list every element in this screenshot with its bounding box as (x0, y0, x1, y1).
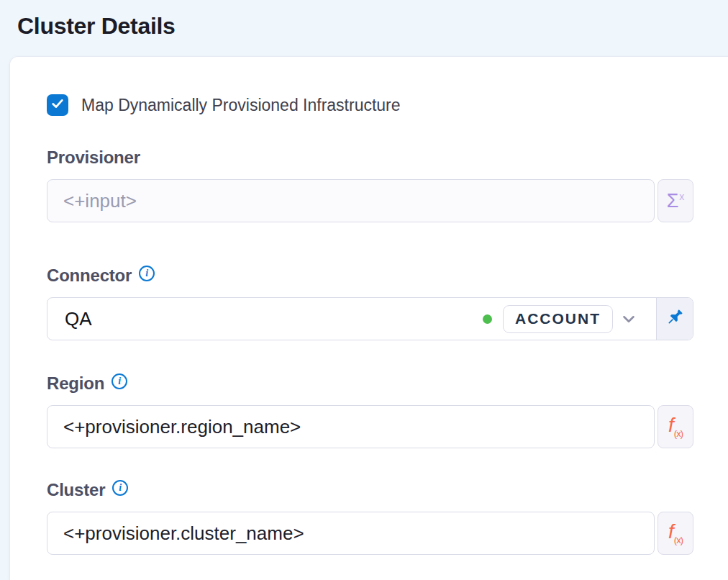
runtime-input-toggle-button[interactable]: Σx (658, 179, 693, 222)
provisioner-input[interactable] (47, 179, 655, 222)
fx-expression-icon: f(x) (668, 522, 683, 545)
region-label: Region (47, 373, 104, 394)
fx-expression-icon: f(x) (668, 415, 683, 438)
map-dynamic-infra-row: Map Dynamically Provisioned Infrastructu… (47, 94, 693, 117)
map-dynamic-infra-label: Map Dynamically Provisioned Infrastructu… (81, 96, 401, 115)
connector-info-icon[interactable]: i (139, 266, 155, 281)
connector-scope-badge: ACCOUNT (503, 305, 613, 333)
provisioner-group: Provisioner Σx (47, 148, 693, 222)
cluster-group: Cluster i f(x) (47, 480, 693, 555)
page-title: Cluster Details (17, 13, 176, 40)
pin-connector-button[interactable] (656, 298, 693, 340)
cluster-details-panel: Map Dynamically Provisioned Infrastructu… (9, 56, 728, 580)
provisioner-label: Provisioner (47, 148, 140, 168)
connector-status-dot (483, 314, 492, 324)
chevron-down-icon[interactable] (613, 309, 645, 328)
expression-toggle-button[interactable]: f(x) (658, 512, 693, 555)
region-info-icon[interactable]: i (112, 373, 127, 389)
cluster-input[interactable] (47, 512, 655, 555)
connector-field: ACCOUNT (47, 297, 693, 340)
connector-label: Connector (47, 266, 132, 286)
sigma-runtime-input-icon: Σx (667, 191, 685, 211)
region-group: Region i f(x) (47, 373, 693, 448)
checkmark-icon (50, 96, 65, 114)
cluster-info-icon[interactable]: i (112, 480, 128, 496)
region-input[interactable] (47, 405, 655, 448)
pin-icon (665, 307, 685, 330)
cluster-label: Cluster (47, 480, 105, 500)
expression-toggle-button[interactable]: f(x) (658, 405, 693, 448)
connector-input[interactable] (47, 308, 483, 330)
map-dynamic-infra-checkbox[interactable] (47, 94, 68, 116)
connector-group: Connector i ACCOUNT (47, 266, 693, 340)
